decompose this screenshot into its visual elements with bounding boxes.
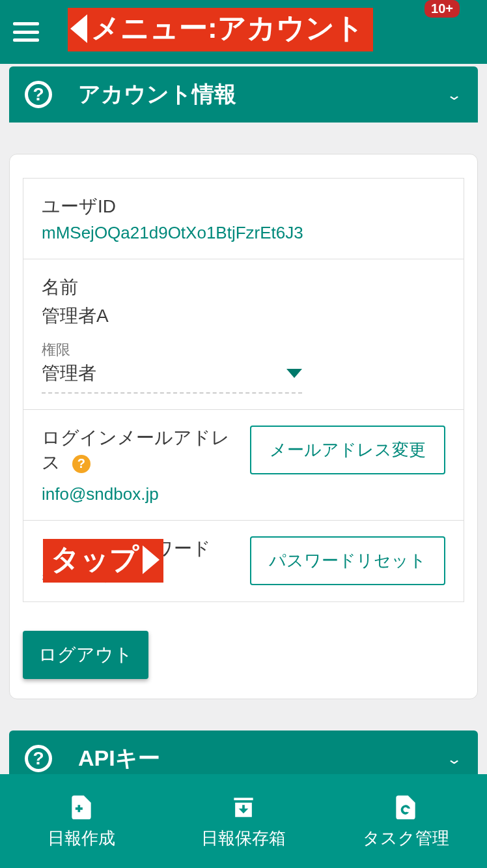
tutorial-overlay-tap-text: タップ <box>51 540 139 579</box>
triangle-right-icon <box>143 545 160 574</box>
nav-label: 日報保存箱 <box>201 827 286 850</box>
change-email-button[interactable]: メールアドレス変更 <box>250 426 445 474</box>
help-icon[interactable]: ? <box>25 745 52 772</box>
chevron-down-icon: ⌄ <box>446 751 462 767</box>
tutorial-overlay-menu-text: メニュー:アカウント <box>91 9 364 48</box>
archive-icon <box>229 793 258 822</box>
section-title: APIキー <box>78 744 446 774</box>
tutorial-overlay-menu: メニュー:アカウント <box>68 8 373 51</box>
nav-item-create-report[interactable]: 日報作成 <box>0 774 162 868</box>
help-orange-icon[interactable]: ? <box>72 455 90 473</box>
tutorial-overlay-tap: タップ <box>43 539 163 583</box>
nav-label: タスク管理 <box>363 827 449 850</box>
chevron-down-icon: ⌄ <box>446 87 462 103</box>
triangle-left-icon <box>70 14 87 43</box>
bottom-nav: 日報作成 日報保存箱 タスク管理 <box>0 774 487 868</box>
account-info-table: ユーザID mMSejOQa21d9OtXo1BtjFzrEt6J3 名前 管理… <box>23 178 464 602</box>
logout-button[interactable]: ログアウト <box>23 631 148 679</box>
row-name-role: 名前 管理者A 権限 管理者 <box>23 259 464 410</box>
reset-password-button[interactable]: パスワードリセット <box>250 536 445 585</box>
menu-icon[interactable] <box>13 22 39 42</box>
nav-label: 日報作成 <box>48 827 115 850</box>
app-bar: 10+ メニュー:アカウント <box>0 0 487 64</box>
caret-down-icon <box>286 369 302 378</box>
name-value: 管理者A <box>42 304 445 328</box>
row-password: ログインパスワード 表示されません パスワードリセット タップ <box>23 521 464 601</box>
nav-item-task-management[interactable]: タスク管理 <box>325 774 487 868</box>
section-title: アカウント情報 <box>78 80 446 109</box>
user-id-value: mMSejOQa21d9OtXo1BtjFzrEt6J3 <box>42 223 445 243</box>
email-value: info@sndbox.jp <box>42 484 237 504</box>
row-email: ログインメールアドレス ? info@sndbox.jp メールアドレス変更 <box>23 410 464 521</box>
role-value: 管理者 <box>42 361 96 386</box>
file-plus-icon <box>67 793 96 822</box>
section-header-account[interactable]: ? アカウント情報 ⌄ <box>9 66 478 123</box>
role-select[interactable]: 管理者 <box>42 361 302 394</box>
name-label: 名前 <box>42 275 445 300</box>
row-user-id: ユーザID mMSejOQa21d9OtXo1BtjFzrEt6J3 <box>23 179 464 259</box>
user-id-label: ユーザID <box>42 194 445 219</box>
account-card: ユーザID mMSejOQa21d9OtXo1BtjFzrEt6J3 名前 管理… <box>9 154 478 699</box>
email-label: ログインメールアドレス ? <box>42 426 237 475</box>
nav-item-saved-reports[interactable]: 日報保存箱 <box>162 774 324 868</box>
role-label: 権限 <box>42 340 445 360</box>
help-icon[interactable]: ? <box>25 81 52 108</box>
task-restore-icon <box>391 793 420 822</box>
notification-badge[interactable]: 10+ <box>424 0 460 18</box>
